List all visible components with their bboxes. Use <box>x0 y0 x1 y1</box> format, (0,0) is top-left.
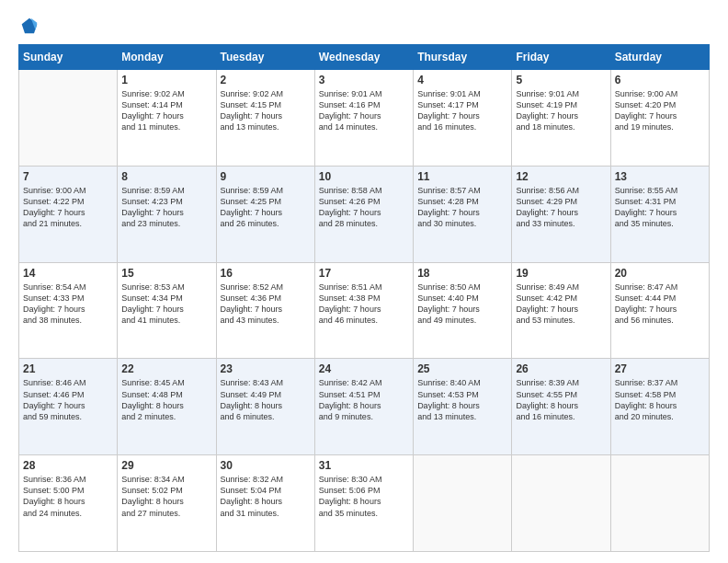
day-info: Sunrise: 8:58 AMSunset: 4:26 PMDaylight:… <box>319 185 409 230</box>
calendar-day-cell: 11Sunrise: 8:57 AMSunset: 4:28 PMDayligh… <box>414 166 512 262</box>
day-info: Sunrise: 8:49 AMSunset: 4:42 PMDaylight:… <box>516 282 606 327</box>
header <box>18 17 710 35</box>
day-info: Sunrise: 8:36 AMSunset: 5:00 PMDaylight:… <box>23 474 113 519</box>
calendar-week-row: 1Sunrise: 9:02 AMSunset: 4:14 PMDaylight… <box>19 70 710 167</box>
day-info: Sunrise: 8:43 AMSunset: 4:49 PMDaylight:… <box>221 377 311 422</box>
day-number: 7 <box>23 170 113 183</box>
day-info: Sunrise: 8:40 AMSunset: 4:53 PMDaylight:… <box>417 377 507 422</box>
calendar-day-cell: 22Sunrise: 8:45 AMSunset: 4:48 PMDayligh… <box>118 359 216 455</box>
day-number: 18 <box>417 267 507 280</box>
calendar-day-cell: 3Sunrise: 9:01 AMSunset: 4:16 PMDaylight… <box>314 70 413 167</box>
day-number: 3 <box>319 74 409 86</box>
calendar-week-row: 28Sunrise: 8:36 AMSunset: 5:00 PMDayligh… <box>19 455 710 552</box>
calendar-day-cell: 23Sunrise: 8:43 AMSunset: 4:49 PMDayligh… <box>216 359 314 455</box>
day-number: 13 <box>615 170 705 183</box>
calendar-day-cell <box>610 455 709 552</box>
day-number: 25 <box>417 362 507 375</box>
day-info: Sunrise: 8:59 AMSunset: 4:25 PMDaylight:… <box>221 185 311 230</box>
day-number: 31 <box>319 459 409 472</box>
calendar-day-cell: 25Sunrise: 8:40 AMSunset: 4:53 PMDayligh… <box>414 359 512 455</box>
calendar-day-cell: 27Sunrise: 8:37 AMSunset: 4:58 PMDayligh… <box>610 359 709 455</box>
day-info: Sunrise: 9:00 AMSunset: 4:20 PMDaylight:… <box>615 88 705 133</box>
calendar-day-cell: 14Sunrise: 8:54 AMSunset: 4:33 PMDayligh… <box>19 262 118 359</box>
calendar-day-header: Saturday <box>610 45 709 70</box>
calendar-day-cell: 28Sunrise: 8:36 AMSunset: 5:00 PMDayligh… <box>19 455 118 552</box>
day-number: 11 <box>417 170 507 183</box>
day-number: 26 <box>516 362 606 375</box>
calendar-day-cell <box>19 70 118 167</box>
day-number: 16 <box>221 267 311 280</box>
day-info: Sunrise: 8:42 AMSunset: 4:51 PMDaylight:… <box>319 377 409 422</box>
calendar-week-row: 7Sunrise: 9:00 AMSunset: 4:22 PMDaylight… <box>19 166 710 262</box>
day-number: 27 <box>615 362 705 375</box>
day-info: Sunrise: 9:02 AMSunset: 4:15 PMDaylight:… <box>221 88 311 133</box>
day-number: 8 <box>121 170 211 183</box>
day-info: Sunrise: 8:53 AMSunset: 4:34 PMDaylight:… <box>121 282 211 327</box>
day-info: Sunrise: 8:37 AMSunset: 4:58 PMDaylight:… <box>615 377 705 422</box>
calendar-day-cell: 21Sunrise: 8:46 AMSunset: 4:46 PMDayligh… <box>19 359 118 455</box>
day-info: Sunrise: 9:01 AMSunset: 4:16 PMDaylight:… <box>319 88 409 133</box>
day-number: 12 <box>516 170 606 183</box>
calendar-week-row: 21Sunrise: 8:46 AMSunset: 4:46 PMDayligh… <box>19 359 710 455</box>
calendar-day-cell: 1Sunrise: 9:02 AMSunset: 4:14 PMDaylight… <box>118 70 216 167</box>
day-info: Sunrise: 8:54 AMSunset: 4:33 PMDaylight:… <box>23 282 113 327</box>
day-number: 19 <box>516 267 606 280</box>
day-number: 4 <box>417 74 507 86</box>
calendar-day-cell: 9Sunrise: 8:59 AMSunset: 4:25 PMDaylight… <box>216 166 314 262</box>
day-info: Sunrise: 9:02 AMSunset: 4:14 PMDaylight:… <box>121 88 211 133</box>
day-number: 24 <box>319 362 409 375</box>
calendar-day-cell: 5Sunrise: 9:01 AMSunset: 4:19 PMDaylight… <box>512 70 610 167</box>
day-number: 15 <box>121 267 211 280</box>
day-number: 6 <box>615 74 705 86</box>
calendar-day-cell: 20Sunrise: 8:47 AMSunset: 4:44 PMDayligh… <box>610 262 709 359</box>
calendar-day-cell: 4Sunrise: 9:01 AMSunset: 4:17 PMDaylight… <box>414 70 512 167</box>
calendar-day-cell: 6Sunrise: 9:00 AMSunset: 4:20 PMDaylight… <box>610 70 709 167</box>
calendar-day-cell: 31Sunrise: 8:30 AMSunset: 5:06 PMDayligh… <box>314 455 413 552</box>
day-number: 9 <box>221 170 311 183</box>
day-number: 20 <box>615 267 705 280</box>
day-info: Sunrise: 8:55 AMSunset: 4:31 PMDaylight:… <box>615 185 705 230</box>
day-info: Sunrise: 8:50 AMSunset: 4:40 PMDaylight:… <box>417 282 507 327</box>
day-number: 17 <box>319 267 409 280</box>
calendar-day-cell <box>414 455 512 552</box>
day-info: Sunrise: 8:56 AMSunset: 4:29 PMDaylight:… <box>516 185 606 230</box>
day-number: 14 <box>23 267 113 280</box>
day-info: Sunrise: 8:46 AMSunset: 4:46 PMDaylight:… <box>23 377 113 422</box>
day-number: 22 <box>121 362 211 375</box>
page: SundayMondayTuesdayWednesdayThursdayFrid… <box>0 0 728 563</box>
calendar-table: SundayMondayTuesdayWednesdayThursdayFrid… <box>18 44 710 552</box>
day-info: Sunrise: 9:01 AMSunset: 4:19 PMDaylight:… <box>516 88 606 133</box>
day-info: Sunrise: 8:45 AMSunset: 4:48 PMDaylight:… <box>121 377 211 422</box>
calendar-day-cell: 24Sunrise: 8:42 AMSunset: 4:51 PMDayligh… <box>314 359 413 455</box>
day-info: Sunrise: 8:47 AMSunset: 4:44 PMDaylight:… <box>615 282 705 327</box>
calendar-week-row: 14Sunrise: 8:54 AMSunset: 4:33 PMDayligh… <box>19 262 710 359</box>
calendar-day-cell: 7Sunrise: 9:00 AMSunset: 4:22 PMDaylight… <box>19 166 118 262</box>
day-number: 29 <box>121 459 211 472</box>
day-number: 30 <box>221 459 311 472</box>
calendar-day-header: Thursday <box>414 45 512 70</box>
day-number: 5 <box>516 74 606 86</box>
logo-icon <box>20 17 39 35</box>
calendar-day-cell: 16Sunrise: 8:52 AMSunset: 4:36 PMDayligh… <box>216 262 314 359</box>
calendar-day-cell: 19Sunrise: 8:49 AMSunset: 4:42 PMDayligh… <box>512 262 610 359</box>
calendar-day-cell <box>512 455 610 552</box>
calendar-day-cell: 26Sunrise: 8:39 AMSunset: 4:55 PMDayligh… <box>512 359 610 455</box>
day-info: Sunrise: 8:32 AMSunset: 5:04 PMDaylight:… <box>221 474 311 519</box>
logo <box>18 17 39 35</box>
calendar-day-cell: 12Sunrise: 8:56 AMSunset: 4:29 PMDayligh… <box>512 166 610 262</box>
calendar-day-header: Wednesday <box>314 45 413 70</box>
day-number: 2 <box>221 74 311 86</box>
day-number: 10 <box>319 170 409 183</box>
calendar-day-cell: 2Sunrise: 9:02 AMSunset: 4:15 PMDaylight… <box>216 70 314 167</box>
calendar-day-cell: 10Sunrise: 8:58 AMSunset: 4:26 PMDayligh… <box>314 166 413 262</box>
calendar-day-cell: 13Sunrise: 8:55 AMSunset: 4:31 PMDayligh… <box>610 166 709 262</box>
day-info: Sunrise: 8:51 AMSunset: 4:38 PMDaylight:… <box>319 282 409 327</box>
calendar-day-cell: 8Sunrise: 8:59 AMSunset: 4:23 PMDaylight… <box>118 166 216 262</box>
day-info: Sunrise: 8:34 AMSunset: 5:02 PMDaylight:… <box>121 474 211 519</box>
day-number: 21 <box>23 362 113 375</box>
calendar-day-cell: 18Sunrise: 8:50 AMSunset: 4:40 PMDayligh… <box>414 262 512 359</box>
calendar-day-header: Tuesday <box>216 45 314 70</box>
calendar-day-cell: 30Sunrise: 8:32 AMSunset: 5:04 PMDayligh… <box>216 455 314 552</box>
calendar-day-cell: 15Sunrise: 8:53 AMSunset: 4:34 PMDayligh… <box>118 262 216 359</box>
day-info: Sunrise: 9:01 AMSunset: 4:17 PMDaylight:… <box>417 88 507 133</box>
